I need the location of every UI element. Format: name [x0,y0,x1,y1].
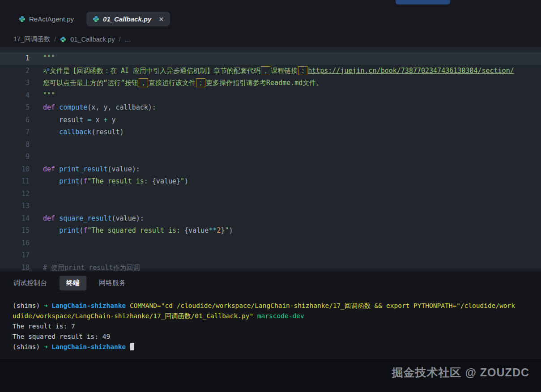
bottom-panel: 调试控制台 终端 网络服务 (shims) ➜ LangChain-shizha… [0,271,541,392]
line-number[interactable]: 5 [0,102,30,114]
terminal-line: (shims) ➜ LangChain-shizhanke [13,342,541,352]
code-line[interactable]: 17 [0,249,541,262]
code-line[interactable]: 3您可以点击最上方的“运行”按钮，直接运行该文件；更多操作指引请参考Readme… [0,77,541,89]
line-number[interactable]: 9 [0,151,30,163]
line-number[interactable]: 13 [0,200,30,213]
code-text: def compute(x, y, callback): [43,102,156,114]
terminal-line: (shims) ➜ LangChain-shizhanke COMMAND="c… [13,301,541,311]
tab-label: 01_Callback.py [103,15,151,23]
panel-tab-network[interactable]: 网络服务 [99,279,126,287]
tab-01-callback[interactable]: 01_Callback.py ✕ [86,12,170,26]
code-line[interactable]: 8 [0,139,541,151]
code-text: print(f"The squared result is: {value**2… [43,225,233,237]
watermark-text: 掘金技术社区 @ ZOUZDC [392,365,529,380]
code-line[interactable]: 9 [0,151,541,163]
tab-label: ReActAgent.py [29,15,74,23]
mouse-pointer-icon [46,67,51,72]
breadcrumb-separator: / [54,36,56,43]
editor-tab-bar: ReActAgent.py 01_Callback.py ✕ [13,12,170,26]
code-editor[interactable]: 1"""2本文件是【回调函数：在 AI 应用中引入异步通信机制】章节的配套代码，… [0,47,541,271]
code-line[interactable]: 13 [0,200,541,213]
code-text: """ [43,52,55,65]
line-number[interactable]: 3 [0,77,30,89]
code-text: def print_result(value): [43,163,140,176]
code-line[interactable]: 18# 使用print_result作为回调 [0,262,541,271]
line-number[interactable]: 14 [0,213,30,225]
line-number[interactable]: 17 [0,249,30,262]
line-number[interactable]: 1 [0,52,30,65]
breadcrumb-folder[interactable]: 17_回调函数 [13,35,50,43]
code-text: callback(result) [43,126,124,139]
line-number[interactable]: 6 [0,114,30,127]
line-number[interactable]: 11 [0,175,30,188]
python-icon [93,16,99,22]
code-line[interactable]: 5def compute(x, y, callback): [0,102,541,114]
code-text: 您可以点击最上方的“运行”按钮，直接运行该文件；更多操作指引请参考Readme.… [43,77,323,89]
code-line[interactable]: 16 [0,237,541,250]
terminal-line: udide/workspace/LangChain-shizhanke/17_回… [13,311,541,321]
code-line[interactable]: 15 print(f"The squared result is: {value… [0,225,541,237]
title-bar [0,0,541,9]
python-icon [19,16,26,22]
tab-reactagent[interactable]: ReActAgent.py [13,12,80,26]
line-number[interactable]: 8 [0,139,30,151]
code-line[interactable]: 6 result = x + y [0,114,541,127]
line-number[interactable]: 10 [0,163,30,176]
code-text: """ [43,89,55,102]
line-number[interactable]: 7 [0,126,30,139]
code-text: result = x + y [43,114,116,127]
line-number[interactable]: 12 [0,188,30,200]
panel-tab-terminal[interactable]: 终端 [60,276,86,290]
code-text: # 使用print_result作为回调 [43,262,140,271]
code-line[interactable]: 14def square_result(value): [0,213,541,225]
line-number[interactable]: 4 [0,89,30,102]
terminal-output[interactable]: (shims) ➜ LangChain-shizhanke COMMAND="c… [0,294,541,352]
breadcrumb-more[interactable]: … [124,36,131,43]
code-line[interactable]: 4""" [0,89,541,102]
footer: 掘金技术社区 @ ZOUZDC [0,359,541,392]
code-line[interactable]: 12 [0,188,541,200]
close-icon[interactable]: ✕ [158,16,164,23]
breadcrumb-separator: / [119,36,120,43]
code-line[interactable]: 2本文件是【回调函数：在 AI 应用中引入异步通信机制】章节的配套代码，课程链接… [0,65,541,77]
panel-tab-bar: 调试控制台 终端 网络服务 [0,271,541,294]
breadcrumb-file[interactable]: 01_Callback.py [70,36,115,43]
code-line[interactable]: 7 callback(result) [0,126,541,139]
code-text: def square_result(value): [43,213,144,225]
terminal-cursor [130,343,134,350]
line-number[interactable]: 18 [0,262,30,271]
terminal-line: The squared result is: 49 [13,332,541,342]
line-number[interactable]: 2 [0,65,30,77]
terminal-line: The result is: 7 [13,321,541,332]
ide-window: ReActAgent.py 01_Callback.py ✕ 17_回调函数 /… [0,0,541,392]
panel-tab-debug-console[interactable]: 调试控制台 [13,279,47,287]
code-text: print(f"The result is: {value}") [43,175,188,188]
code-line[interactable]: 10def print_result(value): [0,163,541,176]
line-number[interactable]: 15 [0,225,30,237]
breadcrumb: 17_回调函数 / 01_Callback.py / … [13,35,131,43]
python-icon [60,36,66,43]
code-line[interactable]: 11 print(f"The result is: {value}") [0,175,541,188]
code-text: 本文件是【回调函数：在 AI 应用中引入异步通信机制】章节的配套代码，课程链接：… [43,65,514,77]
line-number[interactable]: 16 [0,237,30,250]
editor-lines: 1"""2本文件是【回调函数：在 AI 应用中引入异步通信机制】章节的配套代码，… [0,52,541,271]
run-button[interactable] [396,0,450,4]
code-line[interactable]: 1""" [0,52,541,65]
